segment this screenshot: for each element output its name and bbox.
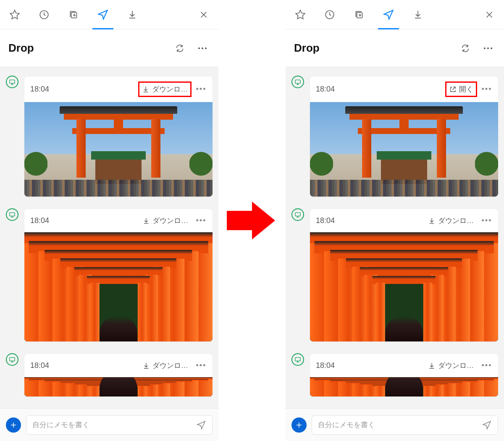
messages-list: 18:04 ダウンロ… ••• 18:04 <box>0 67 218 408</box>
image-thumbnail[interactable] <box>24 377 213 396</box>
close-icon[interactable] <box>483 8 496 21</box>
add-button[interactable] <box>6 417 21 433</box>
svg-point-4 <box>205 47 207 49</box>
top-toolbar <box>286 0 504 29</box>
card-header: 18:04 ダウンロ… ••• <box>24 76 213 102</box>
image-thumbnail[interactable] <box>310 377 498 396</box>
send-icon[interactable] <box>97 8 109 21</box>
message-card[interactable]: 18:04 ダウンロ… ••• <box>24 76 213 197</box>
refresh-icon[interactable] <box>458 41 473 56</box>
card-header: 18:04 ダウンロ… ••• <box>310 354 498 377</box>
download-icon <box>142 86 150 93</box>
pane-right: Drop 18:04 開く ••• <box>286 0 504 441</box>
timestamp: 18:04 <box>316 361 420 370</box>
svg-rect-7 <box>10 357 15 361</box>
more-icon[interactable] <box>195 41 210 56</box>
timestamp: 18:04 <box>30 216 135 225</box>
message-item: 18:04 ダウンロ… ••• <box>291 209 498 341</box>
send-outline-icon[interactable] <box>196 420 206 430</box>
history-icon[interactable] <box>38 8 50 21</box>
collections-icon[interactable] <box>67 8 80 21</box>
card-more-icon[interactable]: ••• <box>481 361 492 370</box>
message-item: 18:04 ダウンロ… ••• <box>6 76 213 197</box>
star-icon[interactable] <box>294 8 307 21</box>
star-icon[interactable] <box>8 8 21 21</box>
download-button[interactable]: ダウンロ… <box>138 81 192 97</box>
svg-rect-13 <box>295 80 300 83</box>
download-icon[interactable] <box>412 8 424 21</box>
timestamp: 18:04 <box>316 85 441 94</box>
card-more-icon[interactable]: ••• <box>196 216 207 225</box>
download-button[interactable]: ダウンロ… <box>425 214 477 227</box>
close-icon[interactable] <box>197 8 210 21</box>
more-icon[interactable] <box>480 41 496 56</box>
transition-arrow-gap <box>218 0 286 441</box>
svg-point-3 <box>202 47 203 49</box>
card-more-icon[interactable]: ••• <box>196 85 207 94</box>
open-button[interactable]: 開く <box>445 81 477 97</box>
image-thumbnail[interactable] <box>24 232 213 341</box>
image-thumbnail[interactable] <box>310 232 498 341</box>
add-button[interactable] <box>291 417 307 433</box>
device-avatar-icon <box>6 76 18 88</box>
pane-left: Drop 18:04 ダウンロ… ••• <box>0 0 218 441</box>
refresh-icon[interactable] <box>172 41 187 56</box>
action-label: ダウンロ… <box>152 216 188 226</box>
device-avatar-icon <box>6 208 18 221</box>
card-header: 18:04 ダウンロ… ••• <box>24 209 213 232</box>
compose-input[interactable]: 自分にメモを書く <box>26 415 213 435</box>
send-outline-icon[interactable] <box>482 420 492 430</box>
message-item: 18:04 ダウンロ… ••• <box>6 209 213 341</box>
download-icon <box>428 217 436 225</box>
compose-placeholder: 自分にメモを書く <box>32 420 196 430</box>
timestamp: 18:04 <box>30 85 134 94</box>
action-label: ダウンロ… <box>438 361 474 370</box>
action-label: ダウンロ… <box>152 84 188 94</box>
panel-header: Drop <box>286 29 504 67</box>
image-thumbnail[interactable] <box>24 102 213 197</box>
top-toolbar <box>0 0 218 29</box>
card-more-icon[interactable]: ••• <box>481 85 492 94</box>
arrow-icon <box>227 202 277 239</box>
message-card[interactable]: 18:04 開く ••• <box>310 76 498 197</box>
card-more-icon[interactable]: ••• <box>196 361 207 370</box>
svg-rect-15 <box>295 357 300 361</box>
page-title: Drop <box>8 42 165 55</box>
action-label: ダウンロ… <box>152 361 188 370</box>
svg-point-10 <box>484 47 486 49</box>
card-header: 18:04 ダウンロ… ••• <box>24 354 213 377</box>
svg-point-12 <box>491 47 492 49</box>
message-card[interactable]: 18:04 ダウンロ… ••• <box>24 209 213 341</box>
card-header: 18:04 ダウンロ… ••• <box>310 209 498 232</box>
action-label: ダウンロ… <box>438 216 474 226</box>
download-button[interactable]: ダウンロ… <box>139 359 192 372</box>
history-icon[interactable] <box>323 8 336 21</box>
device-avatar-icon <box>291 208 304 221</box>
download-icon <box>428 362 436 370</box>
svg-rect-14 <box>295 213 300 216</box>
panel-header: Drop <box>0 29 218 67</box>
message-card[interactable]: 18:04 ダウンロ… ••• <box>24 354 213 396</box>
messages-list: 18:04 開く ••• 18:04 ダウ <box>286 67 504 408</box>
timestamp: 18:04 <box>316 216 420 225</box>
svg-rect-6 <box>10 213 15 216</box>
download-icon <box>142 217 150 225</box>
card-header: 18:04 開く ••• <box>310 76 498 102</box>
svg-point-11 <box>487 47 489 49</box>
open-icon <box>449 86 457 93</box>
timestamp: 18:04 <box>30 361 135 370</box>
card-more-icon[interactable]: ••• <box>481 216 492 225</box>
compose-placeholder: 自分にメモを書く <box>318 420 482 430</box>
image-thumbnail[interactable] <box>310 102 498 197</box>
page-title: Drop <box>294 42 450 55</box>
message-item: 18:04 ダウンロ… ••• <box>291 354 498 396</box>
collections-icon[interactable] <box>353 8 365 21</box>
send-icon[interactable] <box>382 8 395 21</box>
message-card[interactable]: 18:04 ダウンロ… ••• <box>310 209 498 341</box>
download-icon[interactable] <box>126 8 139 21</box>
compose-input[interactable]: 自分にメモを書く <box>312 415 498 435</box>
device-avatar-icon <box>291 76 304 88</box>
download-button[interactable]: ダウンロ… <box>139 214 192 227</box>
download-button[interactable]: ダウンロ… <box>425 359 477 372</box>
message-card[interactable]: 18:04 ダウンロ… ••• <box>310 354 498 396</box>
